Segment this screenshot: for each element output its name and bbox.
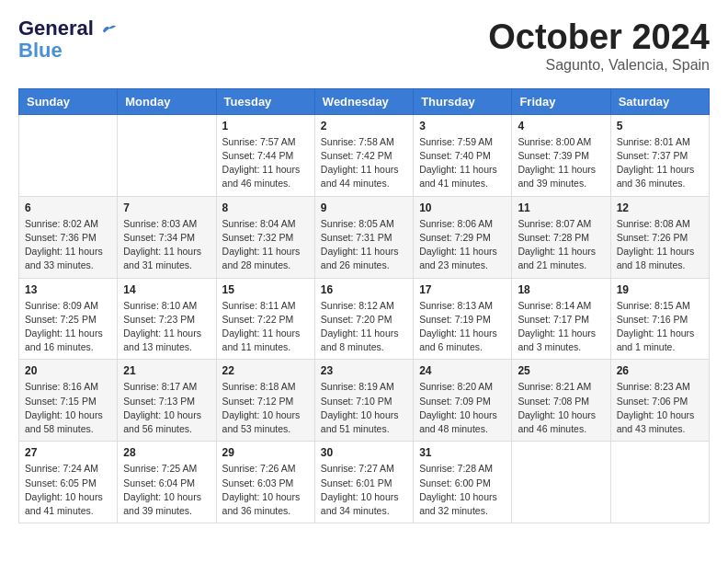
- day-number: 25: [518, 364, 604, 377]
- header: General Blue October 2024 Sagunto, Valen…: [18, 18, 710, 74]
- day-info: Sunrise: 8:02 AM Sunset: 7:36 PM Dayligh…: [25, 217, 111, 273]
- calendar-cell: 14Sunrise: 8:10 AM Sunset: 7:23 PM Dayli…: [118, 278, 216, 360]
- day-number: 27: [25, 446, 111, 459]
- day-info: Sunrise: 8:06 AM Sunset: 7:29 PM Dayligh…: [419, 217, 506, 273]
- day-number: 11: [518, 201, 604, 214]
- day-number: 19: [617, 283, 703, 296]
- day-info: Sunrise: 7:58 AM Sunset: 7:42 PM Dayligh…: [321, 135, 407, 191]
- day-info: Sunrise: 7:26 AM Sunset: 6:03 PM Dayligh…: [222, 462, 309, 518]
- day-number: 28: [123, 446, 210, 459]
- calendar-cell: 3Sunrise: 7:59 AM Sunset: 7:40 PM Daylig…: [414, 114, 512, 196]
- calendar-cell: 20Sunrise: 8:16 AM Sunset: 7:15 PM Dayli…: [19, 360, 118, 442]
- day-info: Sunrise: 7:59 AM Sunset: 7:40 PM Dayligh…: [419, 135, 506, 191]
- logo-text-blue: Blue: [18, 39, 63, 63]
- calendar-cell: [118, 114, 216, 196]
- day-info: Sunrise: 8:04 AM Sunset: 7:32 PM Dayligh…: [222, 217, 309, 273]
- day-number: 20: [25, 364, 111, 377]
- day-info: Sunrise: 8:20 AM Sunset: 7:09 PM Dayligh…: [419, 380, 506, 436]
- day-number: 15: [222, 283, 309, 296]
- day-number: 17: [419, 283, 506, 296]
- day-number: 5: [617, 120, 703, 132]
- day-info: Sunrise: 7:27 AM Sunset: 6:01 PM Dayligh…: [321, 462, 407, 518]
- bird-icon: [101, 22, 118, 35]
- calendar-week-1: 1Sunrise: 7:57 AM Sunset: 7:44 PM Daylig…: [19, 114, 710, 196]
- day-info: Sunrise: 8:17 AM Sunset: 7:13 PM Dayligh…: [123, 380, 210, 436]
- day-info: Sunrise: 8:13 AM Sunset: 7:19 PM Dayligh…: [419, 299, 506, 355]
- day-number: 1: [222, 120, 309, 132]
- day-number: 31: [419, 446, 506, 459]
- day-number: 22: [222, 364, 309, 377]
- day-info: Sunrise: 8:07 AM Sunset: 7:28 PM Dayligh…: [518, 217, 604, 273]
- day-number: 10: [419, 201, 506, 214]
- weekday-header-tuesday: Tuesday: [216, 88, 314, 114]
- calendar-week-5: 27Sunrise: 7:24 AM Sunset: 6:05 PM Dayli…: [19, 442, 710, 523]
- day-number: 21: [123, 364, 210, 377]
- day-info: Sunrise: 8:15 AM Sunset: 7:16 PM Dayligh…: [617, 299, 703, 355]
- day-number: 2: [321, 120, 407, 132]
- calendar-cell: 17Sunrise: 8:13 AM Sunset: 7:19 PM Dayli…: [414, 278, 512, 360]
- calendar-cell: 13Sunrise: 8:09 AM Sunset: 7:25 PM Dayli…: [19, 278, 118, 360]
- calendar-cell: 25Sunrise: 8:21 AM Sunset: 7:08 PM Dayli…: [512, 360, 610, 442]
- calendar-week-4: 20Sunrise: 8:16 AM Sunset: 7:15 PM Dayli…: [19, 360, 710, 442]
- day-info: Sunrise: 8:09 AM Sunset: 7:25 PM Dayligh…: [25, 299, 111, 355]
- calendar-cell: 12Sunrise: 8:08 AM Sunset: 7:26 PM Dayli…: [610, 196, 709, 278]
- weekday-header-thursday: Thursday: [414, 88, 512, 114]
- calendar-cell: 10Sunrise: 8:06 AM Sunset: 7:29 PM Dayli…: [414, 196, 512, 278]
- calendar-cell: 28Sunrise: 7:25 AM Sunset: 6:04 PM Dayli…: [118, 442, 216, 523]
- day-number: 24: [419, 364, 506, 377]
- day-info: Sunrise: 7:28 AM Sunset: 6:00 PM Dayligh…: [419, 462, 506, 518]
- calendar-cell: 19Sunrise: 8:15 AM Sunset: 7:16 PM Dayli…: [610, 278, 709, 360]
- calendar-week-3: 13Sunrise: 8:09 AM Sunset: 7:25 PM Dayli…: [19, 278, 710, 360]
- weekday-header-wednesday: Wednesday: [314, 88, 413, 114]
- day-number: 14: [123, 283, 210, 296]
- day-number: 12: [617, 201, 703, 214]
- day-info: Sunrise: 8:08 AM Sunset: 7:26 PM Dayligh…: [617, 217, 703, 273]
- day-info: Sunrise: 7:24 AM Sunset: 6:05 PM Dayligh…: [25, 462, 111, 518]
- day-info: Sunrise: 8:11 AM Sunset: 7:22 PM Dayligh…: [222, 299, 309, 355]
- calendar-cell: 9Sunrise: 8:05 AM Sunset: 7:31 PM Daylig…: [314, 196, 413, 278]
- calendar-cell: [610, 442, 709, 523]
- day-number: 4: [518, 120, 604, 132]
- calendar-cell: 30Sunrise: 7:27 AM Sunset: 6:01 PM Dayli…: [314, 442, 413, 523]
- weekday-header-friday: Friday: [512, 88, 610, 114]
- calendar-cell: 15Sunrise: 8:11 AM Sunset: 7:22 PM Dayli…: [216, 278, 314, 360]
- weekday-header-monday: Monday: [118, 88, 216, 114]
- day-info: Sunrise: 8:18 AM Sunset: 7:12 PM Dayligh…: [222, 380, 309, 436]
- day-number: 8: [222, 201, 309, 214]
- calendar-cell: 23Sunrise: 8:19 AM Sunset: 7:10 PM Dayli…: [314, 360, 413, 442]
- calendar-cell: 5Sunrise: 8:01 AM Sunset: 7:37 PM Daylig…: [610, 114, 709, 196]
- day-info: Sunrise: 8:03 AM Sunset: 7:34 PM Dayligh…: [123, 217, 210, 273]
- calendar-cell: 29Sunrise: 7:26 AM Sunset: 6:03 PM Dayli…: [216, 442, 314, 523]
- day-info: Sunrise: 8:16 AM Sunset: 7:15 PM Dayligh…: [25, 380, 111, 436]
- calendar-cell: 1Sunrise: 7:57 AM Sunset: 7:44 PM Daylig…: [216, 114, 314, 196]
- calendar-cell: 21Sunrise: 8:17 AM Sunset: 7:13 PM Dayli…: [118, 360, 216, 442]
- logo: General Blue: [18, 18, 118, 63]
- day-number: 23: [321, 364, 407, 377]
- day-info: Sunrise: 8:00 AM Sunset: 7:39 PM Dayligh…: [518, 135, 604, 191]
- day-number: 18: [518, 283, 604, 296]
- day-number: 3: [419, 120, 506, 132]
- weekday-header-sunday: Sunday: [19, 88, 118, 114]
- calendar-cell: 31Sunrise: 7:28 AM Sunset: 6:00 PM Dayli…: [414, 442, 512, 523]
- calendar-cell: 8Sunrise: 8:04 AM Sunset: 7:32 PM Daylig…: [216, 196, 314, 278]
- day-number: 6: [25, 201, 111, 214]
- calendar-cell: 7Sunrise: 8:03 AM Sunset: 7:34 PM Daylig…: [118, 196, 216, 278]
- day-number: 13: [25, 283, 111, 296]
- day-info: Sunrise: 8:05 AM Sunset: 7:31 PM Dayligh…: [321, 217, 407, 273]
- calendar-cell: 26Sunrise: 8:23 AM Sunset: 7:06 PM Dayli…: [610, 360, 709, 442]
- calendar-cell: 11Sunrise: 8:07 AM Sunset: 7:28 PM Dayli…: [512, 196, 610, 278]
- calendar-cell: [512, 442, 610, 523]
- day-number: 30: [321, 446, 407, 459]
- calendar-cell: 4Sunrise: 8:00 AM Sunset: 7:39 PM Daylig…: [512, 114, 610, 196]
- calendar-cell: 2Sunrise: 7:58 AM Sunset: 7:42 PM Daylig…: [314, 114, 413, 196]
- day-info: Sunrise: 8:23 AM Sunset: 7:06 PM Dayligh…: [617, 380, 703, 436]
- calendar: SundayMondayTuesdayWednesdayThursdayFrid…: [18, 88, 710, 523]
- location-title: Sagunto, Valencia, Spain: [488, 57, 710, 74]
- calendar-cell: 18Sunrise: 8:14 AM Sunset: 7:17 PM Dayli…: [512, 278, 610, 360]
- day-info: Sunrise: 8:21 AM Sunset: 7:08 PM Dayligh…: [518, 380, 604, 436]
- calendar-cell: [19, 114, 118, 196]
- day-number: 16: [321, 283, 407, 296]
- calendar-cell: 6Sunrise: 8:02 AM Sunset: 7:36 PM Daylig…: [19, 196, 118, 278]
- calendar-cell: 16Sunrise: 8:12 AM Sunset: 7:20 PM Dayli…: [314, 278, 413, 360]
- day-number: 7: [123, 201, 210, 214]
